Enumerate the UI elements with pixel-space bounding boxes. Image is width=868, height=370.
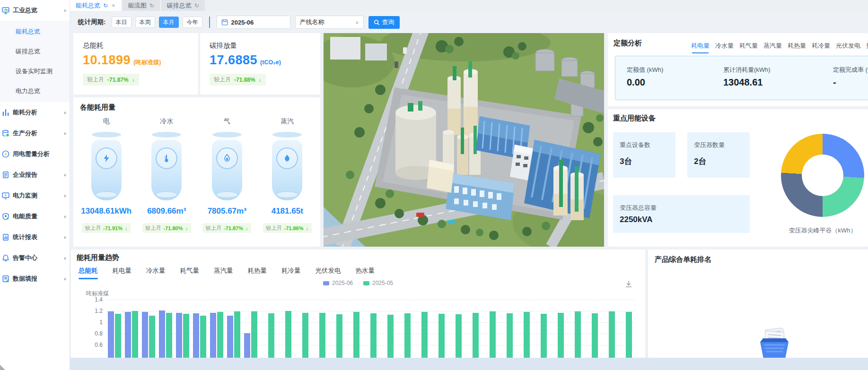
sidebar-subitem[interactable]: 能耗总览	[0, 22, 70, 42]
stat-label: 定额值 (kWh)	[627, 66, 663, 74]
bar-2025-05[interactable]	[251, 311, 257, 358]
chevron-down-icon: ∨	[63, 256, 67, 260]
bar-2025-06[interactable]	[193, 313, 199, 358]
stat-value: 0.00	[627, 77, 645, 88]
bar-2025-05[interactable]	[285, 311, 291, 358]
bar-2025-05[interactable]	[115, 314, 121, 358]
sidebar-item-label: 告警中心	[13, 254, 63, 262]
period-button[interactable]: 本周	[135, 17, 155, 28]
donut-label: 变压器尖峰平谷（kWh）	[772, 226, 868, 235]
bar-2025-05[interactable]	[490, 311, 496, 358]
bar-2025-05[interactable]	[370, 313, 377, 358]
bar-2025-05[interactable]	[404, 313, 411, 358]
quota-tab[interactable]: 蒸汽量	[763, 42, 782, 53]
data-entry-icon	[2, 275, 9, 283]
bar-2025-05[interactable]	[353, 312, 359, 358]
close-icon[interactable]: ×	[112, 2, 115, 9]
energy-usage-items: 电 13048.61kWh 较上月-71.91% ↓ 冷水 6809.66m³ …	[76, 116, 317, 233]
bar-2025-05[interactable]	[302, 313, 308, 358]
sidebar-item-5[interactable]: 电力监测∨	[0, 185, 70, 206]
bar-2025-06[interactable]	[142, 312, 148, 358]
bar-2025-05[interactable]	[473, 313, 479, 358]
arrow-down-icon: ↓	[245, 225, 248, 231]
refresh-icon[interactable]: ↻	[149, 2, 154, 9]
bar-2025-06[interactable]	[125, 312, 131, 358]
bar-2025-06[interactable]	[108, 311, 114, 358]
bar-2025-05[interactable]	[234, 311, 240, 358]
key-equipment-card: 重点用能设备 重点设备数 3台 变压器数量 2台 变压器总容量 2250kVA …	[608, 109, 868, 247]
sidebar-item-1[interactable]: 能耗分析∨	[0, 102, 70, 123]
period-buttons: 本日本周本月今年	[112, 17, 202, 28]
sidebar: 工业总览∧能耗总览碳排总览设备实时监测电力总览 能耗分析∨ 生产分析∨ 用电需量…	[0, 0, 70, 370]
bar-2025-05[interactable]	[149, 316, 155, 358]
sidebar-subitem[interactable]: 设备实时监测	[0, 61, 70, 81]
gridline: 1.2	[106, 311, 634, 311]
bar-2025-06[interactable]	[210, 313, 216, 358]
bar-2025-05[interactable]	[609, 311, 615, 358]
bar-2025-05[interactable]	[217, 312, 223, 358]
bar-2025-06[interactable]	[176, 313, 182, 358]
bar-2025-06[interactable]	[159, 310, 165, 358]
bar-2025-05[interactable]	[166, 313, 172, 358]
bar-2025-05[interactable]	[438, 314, 445, 358]
quota-tab[interactable]: 耗热量	[788, 42, 806, 53]
energy-item: 冷水 6809.66m³ 较上月-71.80% ↓	[139, 116, 194, 233]
date-picker[interactable]: 2025-06	[217, 16, 290, 29]
sidebar-item-6[interactable]: 电能质量∨	[0, 206, 70, 227]
cylinder	[91, 140, 122, 200]
sidebar-item-9[interactable]: 数据填报∨	[0, 268, 70, 289]
period-button[interactable]: 本日	[112, 17, 132, 28]
bar-2025-05[interactable]	[336, 314, 342, 358]
bar-2025-05[interactable]	[132, 311, 138, 358]
month-compare-badge: 较上月-71.80% ↓	[142, 223, 191, 233]
sidebar-item-0[interactable]: 工业总览∧	[0, 0, 70, 21]
bar-2025-05[interactable]	[507, 313, 513, 358]
quota-tab[interactable]: 耗电量	[691, 42, 710, 53]
bar-chart[interactable]: 1.41.210.80.6	[71, 250, 645, 370]
quota-tab[interactable]: 冷水量	[715, 42, 734, 53]
quota-tab[interactable]: 耗气量	[739, 42, 758, 53]
page-tab-1[interactable]: 能流图 ↻	[123, 0, 160, 11]
bar-2025-05[interactable]	[626, 312, 632, 358]
bar-2025-05[interactable]	[421, 312, 428, 358]
bar-2025-05[interactable]	[200, 316, 206, 358]
production-analysis-icon	[2, 129, 9, 137]
page-tab-0[interactable]: 能耗总览 ↻ ×	[70, 0, 121, 11]
bar-2025-05[interactable]	[575, 311, 581, 358]
query-button[interactable]: 查询	[368, 16, 400, 29]
refresh-icon[interactable]: ↻	[194, 2, 199, 9]
quota-tab[interactable]: 耗冷量	[812, 42, 830, 53]
quota-tab[interactable]: 光伏发电	[836, 42, 860, 53]
sidebar-item-8[interactable]: 告警中心∨	[0, 248, 70, 268]
sidebar-item-2[interactable]: 生产分析∨	[0, 123, 70, 144]
stat-value: 13048.61	[723, 77, 763, 88]
refresh-icon[interactable]: ↻	[103, 2, 108, 9]
bar-2025-06[interactable]	[244, 333, 250, 358]
transformer-tou-donut-chart[interactable]	[781, 134, 864, 217]
chevron-down-icon: ∨	[63, 131, 67, 136]
sidebar-item-7[interactable]: 统计报表∨	[0, 227, 70, 248]
period-button[interactable]: 本月	[159, 17, 179, 28]
steam-icon	[276, 147, 298, 169]
page-tab-2[interactable]: 碳排总览 ↻	[161, 0, 205, 11]
bar-2025-05[interactable]	[268, 313, 274, 358]
bar-2025-06[interactable]	[227, 316, 233, 358]
production-line-select[interactable]: 产线名称 ∨	[295, 16, 364, 29]
sidebar-item-4[interactable]: 企业报告∨	[0, 164, 70, 185]
period-button[interactable]: 今年	[183, 17, 202, 28]
bar-2025-05[interactable]	[592, 313, 598, 358]
bar-2025-05[interactable]	[456, 314, 462, 358]
sidebar-item-label: 生产分析	[13, 129, 63, 138]
sidebar-item-3[interactable]: 用电需量分析	[0, 144, 70, 164]
sidebar-subitem[interactable]: 电力总览	[0, 81, 70, 101]
sidebar-subitem[interactable]: 碳排总览	[0, 42, 70, 61]
bar-2025-05[interactable]	[387, 315, 394, 358]
bar-2025-05[interactable]	[541, 314, 547, 358]
bar-2025-05[interactable]	[183, 314, 189, 358]
bar-2025-05[interactable]	[558, 313, 564, 358]
quota-tab[interactable]: 热水量	[866, 42, 868, 53]
alarm-center-icon	[2, 254, 9, 262]
quota-tabs: 耗电量冷水量耗气量蒸汽量耗热量耗冷量光伏发电热水量	[691, 42, 868, 53]
bar-2025-05[interactable]	[524, 312, 530, 358]
bar-2025-05[interactable]	[319, 313, 325, 358]
